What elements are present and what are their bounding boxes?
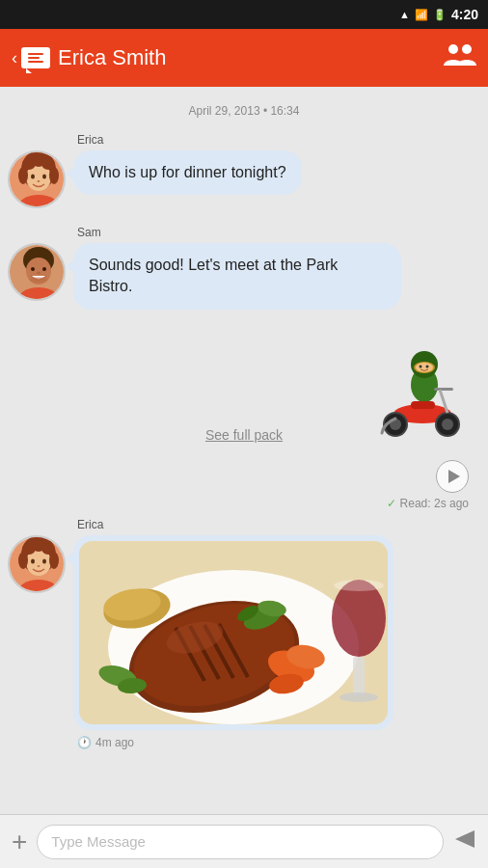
chat-icon — [21, 47, 50, 68]
svg-point-13 — [38, 180, 41, 182]
sender-name-erica: Erica — [77, 133, 480, 147]
svg-point-46 — [31, 558, 35, 563]
read-status-text: Read: 2s ago — [400, 497, 469, 510]
header-left: ‹ Erica Smith — [12, 45, 444, 70]
message-group-sam: Sam — [8, 226, 480, 310]
svg-point-26 — [420, 365, 422, 367]
svg-point-6 — [18, 167, 28, 184]
chat-line-1 — [28, 53, 43, 55]
svg-marker-72 — [455, 830, 474, 848]
message-bubble-2: Sounds good! Let's meet at the Park Bist… — [73, 243, 401, 310]
checkmark-icon: ✓ — [387, 497, 396, 510]
status-time: 4:20 — [451, 7, 478, 22]
svg-point-67 — [334, 580, 384, 591]
food-image — [79, 541, 388, 724]
see-pack-link[interactable]: See full pack — [205, 427, 283, 443]
sticker-area: See full pack — [8, 327, 480, 452]
svg-point-18 — [31, 267, 35, 271]
signal-icon: 📶 — [415, 9, 428, 21]
chat-icon-lines — [28, 53, 43, 63]
play-button[interactable] — [436, 460, 469, 493]
svg-point-0 — [448, 44, 458, 54]
svg-rect-35 — [434, 388, 453, 391]
svg-point-27 — [426, 365, 429, 367]
avatar-sam — [8, 243, 66, 301]
sender-name-sam: Sam — [77, 226, 480, 239]
message-bubble-1: Who is up for dinner tonight? — [73, 150, 302, 195]
svg-point-10 — [41, 158, 55, 170]
svg-point-47 — [42, 558, 46, 563]
timestamp: 🕐 4m ago — [77, 736, 480, 749]
sticker-figure — [374, 332, 471, 448]
chat-area: April 29, 2013 • 16:34 Erica — [0, 87, 488, 814]
play-triangle-icon — [448, 470, 460, 483]
svg-point-11 — [31, 175, 35, 179]
svg-point-45 — [41, 543, 55, 555]
chat-line-2 — [28, 57, 40, 59]
send-button[interactable] — [453, 828, 476, 855]
add-button[interactable]: + — [12, 828, 27, 855]
chat-header: ‹ Erica Smith — [0, 29, 488, 87]
wifi-icon: ▲ — [399, 9, 410, 20]
svg-rect-30 — [411, 401, 435, 409]
svg-point-12 — [42, 175, 46, 179]
avatar-erica-2 — [8, 535, 66, 593]
battery-icon: 🔋 — [433, 9, 447, 21]
svg-point-41 — [18, 552, 28, 569]
message-row-2: Sounds good! Let's meet at the Park Bist… — [8, 243, 480, 310]
svg-point-1 — [462, 44, 472, 54]
back-button[interactable]: ‹ — [12, 47, 50, 68]
message-text-1: Who is up for dinner tonight? — [89, 164, 286, 180]
back-arrow-icon: ‹ — [12, 48, 17, 68]
status-icons: ▲ 📶 🔋 4:20 — [399, 7, 478, 22]
message-group-erica-2: Erica — [8, 518, 480, 749]
svg-point-20 — [37, 272, 41, 275]
message-text-2: Sounds good! Let's meet at the Park Bist… — [89, 257, 338, 294]
svg-point-66 — [339, 692, 378, 702]
message-group-erica-1: Erica — [8, 133, 480, 208]
svg-point-19 — [42, 267, 46, 271]
message-row-1: Who is up for dinner tonight? — [8, 150, 480, 208]
date-separator: April 29, 2013 • 16:34 — [8, 104, 480, 118]
timestamp-text: 4m ago — [95, 736, 134, 749]
svg-point-48 — [38, 565, 41, 567]
sender-name-erica-2: Erica — [77, 518, 480, 531]
svg-point-7 — [49, 167, 59, 184]
avatar-erica-1 — [8, 150, 66, 208]
clock-icon: 🕐 — [77, 736, 92, 749]
read-status: ✓ Read: 2s ago — [8, 497, 480, 510]
image-message-bubble — [73, 535, 393, 730]
header-right — [444, 41, 476, 76]
chat-line-3 — [28, 61, 43, 63]
message-placeholder: Type Message — [51, 833, 146, 850]
contact-name: Erica Smith — [58, 45, 166, 70]
svg-point-42 — [49, 552, 59, 569]
input-bar: + Type Message — [0, 814, 488, 868]
status-bar: ▲ 📶 🔋 4:20 — [0, 0, 488, 29]
svg-point-34 — [442, 419, 453, 430]
svg-point-21 — [30, 277, 47, 283]
message-input[interactable]: Type Message — [37, 825, 444, 859]
message-row-3 — [8, 535, 480, 730]
svg-rect-65 — [353, 657, 365, 695]
play-button-area — [8, 460, 480, 493]
group-icon[interactable] — [444, 41, 476, 76]
